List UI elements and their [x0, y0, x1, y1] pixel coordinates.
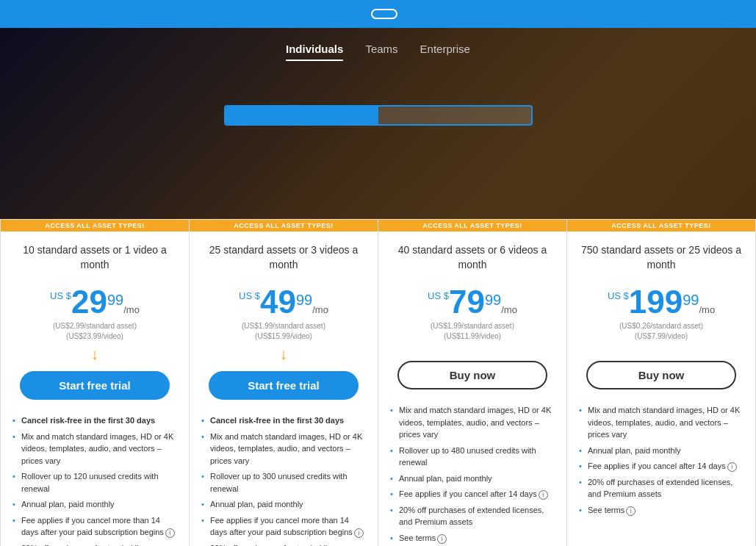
- plan-750-buy-button[interactable]: Buy now: [586, 361, 737, 389]
- price-sub: (US$2.99/standard asset)(US$23.99/video): [1, 320, 189, 343]
- monthly-toggle-button[interactable]: [378, 107, 531, 124]
- plans-row: ACCESS ALL ASSET TYPES!10 standard asset…: [0, 219, 756, 546]
- plan-tabs: Individuals Teams Enterprise: [0, 28, 756, 68]
- hero-text: [0, 68, 756, 83]
- feature-item: Annual plan, paid monthly: [201, 498, 366, 511]
- price-main: 49: [260, 284, 296, 320]
- info-icon[interactable]: i: [165, 528, 175, 538]
- price-main: 199: [629, 284, 683, 320]
- price-cents: 99: [683, 292, 699, 309]
- price-sub: (US$0.26/standard asset)(US$7.99/video): [567, 320, 755, 343]
- price-currency: US $: [428, 290, 449, 301]
- arrow-indicator: ↓: [190, 345, 378, 364]
- features-list: Mix and match standard images, HD or 4K …: [378, 397, 566, 546]
- access-badge: ACCESS ALL ASSET TYPES!: [1, 220, 189, 231]
- feature-item: Cancel risk-free in the first 30 days: [12, 414, 177, 427]
- feature-item: See termsi: [579, 504, 744, 517]
- features-list: Cancel risk-free in the first 30 daysMix…: [190, 407, 378, 546]
- feature-item: Cancel risk-free in the first 30 days: [201, 414, 366, 427]
- feature-item: Rollover up to 120 unused credits with r…: [12, 470, 177, 495]
- price-cents: 99: [296, 292, 312, 309]
- feature-item: Rollover up to 480 unused credits with r…: [390, 445, 555, 469]
- price-row: US $4999/mo: [190, 283, 378, 320]
- price-sub: (US$1.99/standard asset)(US$15.99/video): [190, 320, 378, 343]
- info-icon[interactable]: i: [354, 528, 364, 538]
- feature-item: Fee applies if you cancel more than 14 d…: [201, 514, 366, 539]
- price-cents: 99: [485, 292, 501, 309]
- feature-item: Fee applies if you cancel more than 14 d…: [12, 514, 177, 539]
- tab-teams[interactable]: Teams: [365, 43, 397, 61]
- price-main: 79: [449, 284, 485, 320]
- feature-item: Annual plan, paid monthly: [12, 498, 177, 511]
- feature-item: Annual plan, paid monthly: [390, 473, 555, 485]
- feature-item: Rollover up to 300 unused credits with r…: [201, 470, 366, 495]
- top-banner: [0, 0, 756, 28]
- plan-card-plan-750: ACCESS ALL ASSET TYPES!750 standard asse…: [567, 220, 755, 546]
- price-sub: (US$1.99/standard asset)(US$11.99/video): [378, 320, 566, 343]
- plan-25-trial-button[interactable]: Start free trial: [209, 371, 359, 400]
- plan-description: 40 standard assets or 6 videos a month: [378, 231, 566, 283]
- access-badge: ACCESS ALL ASSET TYPES!: [378, 220, 566, 231]
- info-icon[interactable]: i: [539, 490, 548, 500]
- feature-item: See termsi: [390, 532, 555, 545]
- info-icon[interactable]: i: [437, 534, 447, 544]
- price-currency: US $: [239, 290, 260, 301]
- price-cents: 99: [107, 292, 123, 309]
- price-period: /mo: [699, 304, 715, 315]
- feature-item: Mix and match standard images, HD or 4K …: [201, 431, 366, 467]
- feature-item: Annual plan, paid monthly: [579, 445, 744, 457]
- hero-content: Individuals Teams Enterprise: [0, 28, 756, 126]
- features-list: Mix and match standard images, HD or 4K …: [567, 397, 755, 527]
- access-badge: ACCESS ALL ASSET TYPES!: [190, 220, 378, 231]
- annual-toggle-button[interactable]: [226, 107, 378, 124]
- feature-item: Mix and match standard images, HD or 4K …: [390, 404, 555, 441]
- plan-card-plan-10: ACCESS ALL ASSET TYPES!10 standard asset…: [1, 220, 190, 546]
- plan-description: 25 standard assets or 3 videos a month: [190, 231, 378, 283]
- price-row: US $19999/mo: [567, 283, 755, 320]
- price-period: /mo: [123, 304, 140, 315]
- feature-item: 20% off purchases of extended licenses, …: [390, 504, 555, 528]
- plans-section: ACCESS ALL ASSET TYPES!10 standard asset…: [0, 219, 756, 546]
- access-badge: ACCESS ALL ASSET TYPES!: [567, 220, 755, 231]
- arrow-indicator: ↓: [1, 345, 189, 364]
- feature-item: Mix and match standard images, HD or 4K …: [579, 404, 744, 441]
- price-main: 29: [71, 284, 107, 320]
- feature-item: 20% off purchases of extended licenses, …: [12, 542, 177, 547]
- price-row: US $7999/mo: [378, 283, 566, 320]
- plan-description: 750 standard assets or 25 videos a month: [567, 231, 755, 283]
- price-period: /mo: [501, 304, 517, 315]
- plan-description: 10 standard assets or 1 video a month: [1, 231, 189, 283]
- hero-section: Individuals Teams Enterprise: [0, 28, 756, 219]
- tab-enterprise[interactable]: Enterprise: [420, 43, 470, 61]
- plan-40-buy-button[interactable]: Buy now: [397, 361, 548, 389]
- feature-item: Fee applies if you cancel after 14 daysi: [579, 460, 744, 473]
- plan-card-plan-40: ACCESS ALL ASSET TYPES!40 standard asset…: [378, 220, 567, 546]
- info-icon[interactable]: i: [626, 506, 636, 516]
- price-period: /mo: [312, 304, 328, 315]
- price-row: US $2999/mo: [1, 283, 189, 320]
- feature-item: 20% off purchases of extended licenses, …: [579, 476, 744, 500]
- feature-item: Fee applies if you cancel after 14 daysi: [390, 488, 555, 500]
- feature-item: 20% off purchases of extended licenses, …: [201, 542, 366, 547]
- banner-trial-button[interactable]: [371, 9, 397, 19]
- features-list: Cancel risk-free in the first 30 daysMix…: [1, 407, 189, 546]
- feature-item: Mix and match standard images, HD or 4K …: [12, 431, 177, 467]
- plan-10-trial-button[interactable]: Start free trial: [20, 371, 170, 400]
- price-currency: US $: [50, 290, 71, 301]
- info-icon[interactable]: i: [727, 462, 737, 472]
- plan-card-plan-25: ACCESS ALL ASSET TYPES!25 standard asset…: [190, 220, 378, 546]
- tab-individuals[interactable]: Individuals: [286, 43, 343, 61]
- billing-toggle: [224, 105, 533, 126]
- price-currency: US $: [608, 290, 629, 301]
